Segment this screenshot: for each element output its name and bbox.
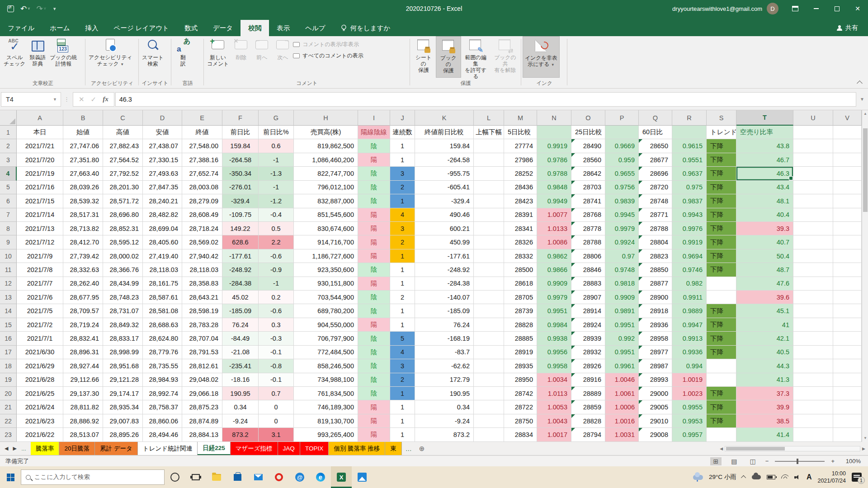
cell-U2[interactable] [793,139,833,153]
cell-M12[interactable]: 28618 [504,277,537,291]
cell-S18[interactable] [707,359,736,373]
cell-R22[interactable]: 0.9953 [672,414,707,428]
cell-B15[interactable]: 28,719.24 [63,318,103,332]
cell-O1[interactable]: 25日比較 [571,126,605,139]
cell-T17[interactable]: 40.5 [736,346,793,359]
cell-V2[interactable] [833,139,862,153]
cell-H3[interactable]: 1,086,460,200 [294,153,358,167]
ribbon-button-アクセシビリティチェック[interactable]: アクセシビリティ チェック ▼ [87,36,134,78]
cell-E1[interactable]: 終値 [182,126,222,139]
volume-icon[interactable] [794,475,801,480]
cell-H15[interactable]: 904,550,000 [294,318,358,332]
cell-O5[interactable]: 28703 [571,181,605,194]
cell-D23[interactable]: 28,494.46 [143,428,182,441]
cell-U18[interactable] [793,359,833,373]
cell-M8[interactable]: 28341 [504,222,537,235]
cell-Q23[interactable]: 29008 [639,428,672,441]
cell-P23[interactable]: 1.0031 [605,428,639,441]
scroll-up-icon[interactable]: ▲ [862,110,868,117]
cell-O9[interactable]: 28788 [571,235,605,249]
cell-A16[interactable]: 2021/7/1 [17,332,63,345]
cell-G11[interactable]: -0.9 [259,263,294,277]
column-header-U[interactable]: U [793,110,833,126]
cell-S4[interactable]: 下降 [707,167,736,180]
confirm-entry-icon[interactable]: ✓ [91,95,97,103]
cell-B4[interactable]: 27,663.40 [63,167,103,180]
row-header-3[interactable]: 3 [0,153,17,167]
cell-F2[interactable]: 159.84 [222,139,259,153]
cell-H2[interactable]: 819,862,500 [294,139,358,153]
cell-P2[interactable]: 0.9669 [605,139,639,153]
cell-J5[interactable]: 2 [390,181,415,194]
cell-O2[interactable]: 28490 [571,139,605,153]
row-header-16[interactable]: 16 [0,332,17,345]
cell-V1[interactable] [833,126,862,139]
task-view-button[interactable] [185,466,206,488]
wifi-icon[interactable] [781,474,788,480]
cell-N7[interactable]: 1.0077 [537,208,571,222]
taskbar-clock[interactable]: 10:002021/07/24 [817,470,846,485]
cell-S10[interactable]: 下降 [707,249,736,263]
cell-T14[interactable]: 45.1 [736,304,793,318]
cell-K23[interactable]: 873.2 [415,428,474,441]
cell-I7[interactable]: 陽 [358,208,390,222]
cell-E18[interactable]: 28,812.61 [182,359,222,373]
cell-H13[interactable]: 703,544,900 [294,291,358,304]
column-header-Q[interactable]: Q [639,110,672,126]
cell-Q19[interactable]: 28993 [639,373,672,387]
cell-H14[interactable]: 689,780,200 [294,304,358,318]
ribbon-tab-挿入[interactable]: 挿入 [78,20,106,36]
cell-L20[interactable] [474,387,504,400]
ribbon-button-ブックの共有を解除[interactable]: ブックの共 有を解除 [491,36,520,78]
cell-K11[interactable]: -248.92 [415,263,474,277]
cell-D14[interactable]: 28,581.08 [143,304,182,318]
cell-D3[interactable]: 27,330.15 [143,153,182,167]
sheet-tab-20日騰落[interactable]: 20日騰落 [59,442,95,455]
cell-M21[interactable]: 28722 [504,400,537,414]
cell-D9[interactable]: 28,405.60 [143,235,182,249]
cell-I14[interactable]: 陰 [358,304,390,318]
cell-U7[interactable] [793,208,833,222]
cell-A10[interactable]: 2021/7/9 [17,249,63,263]
cell-P13[interactable]: 0.9909 [605,291,639,304]
cell-E14[interactable]: 28,598.19 [182,304,222,318]
cell-Q12[interactable]: 28877 [639,277,672,291]
cell-B7[interactable]: 28,517.31 [63,208,103,222]
cell-P11[interactable]: 0.9748 [605,263,639,277]
cell-C1[interactable]: 高値 [103,126,143,139]
cell-E11[interactable]: 28,118.03 [182,263,222,277]
column-header-I[interactable]: I [358,110,390,126]
cell-B22[interactable]: 28,886.92 [63,414,103,428]
cell-C11[interactable]: 28,366.76 [103,263,143,277]
cell-P18[interactable]: 0.9961 [605,359,639,373]
cell-T15[interactable]: 41 [736,318,793,332]
ribbon-button-翻訳[interactable]: 翻 訳 [173,36,193,78]
cell-O6[interactable]: 28741 [571,194,605,208]
row-header-20[interactable]: 20 [0,387,17,400]
cell-M5[interactable]: 28436 [504,181,537,194]
cell-P3[interactable]: 0.959 [605,153,639,167]
cell-E6[interactable]: 28,279.09 [182,194,222,208]
cell-V20[interactable] [833,387,862,400]
page-break-view-button[interactable]: ◫ [747,457,759,465]
vertical-scrollbar-thumb[interactable] [863,128,868,212]
select-all-corner[interactable] [0,110,17,126]
cell-L15[interactable] [474,318,504,332]
cell-B11[interactable]: 28,332.63 [63,263,103,277]
cell-D12[interactable]: 28,161.75 [143,277,182,291]
row-header-23[interactable]: 23 [0,428,17,441]
column-header-O[interactable]: O [571,110,605,126]
cell-M15[interactable]: 28828 [504,318,537,332]
cell-K16[interactable]: -168.19 [415,332,474,345]
cell-Q4[interactable]: 28696 [639,167,672,180]
cell-A6[interactable]: 2021/7/15 [17,194,63,208]
ribbon-button-コメントの表示/非表示[interactable]: コメントの表示/非表示 [293,41,363,48]
cell-J16[interactable]: 5 [390,332,415,345]
cell-G21[interactable]: 0 [259,400,294,414]
cell-J23[interactable]: 1 [390,428,415,441]
cell-A11[interactable]: 2021/7/8 [17,263,63,277]
column-header-G[interactable]: G [259,110,294,126]
cell-T23[interactable]: 41.4 [736,428,793,441]
ribbon-tab-データ[interactable]: データ [205,20,241,36]
cell-U22[interactable] [793,414,833,428]
